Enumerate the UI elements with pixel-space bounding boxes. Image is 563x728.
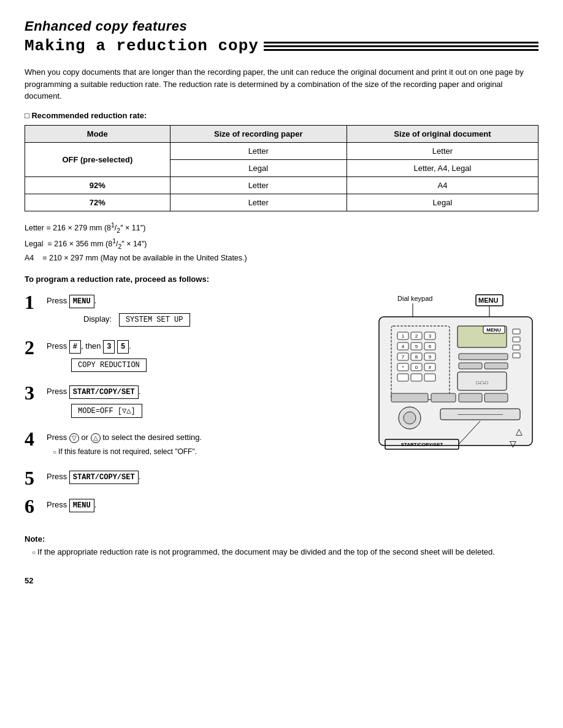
- svg-text:1: 1: [402, 333, 405, 339]
- reduction-table: Mode Size of recording paper Size of ori…: [25, 125, 538, 211]
- svg-rect-29: [397, 374, 408, 381]
- page-number: 52: [25, 576, 538, 585]
- table-cell-mode: 92%: [25, 176, 170, 194]
- svg-rect-44: [391, 393, 428, 402]
- step-number-6: 6: [25, 496, 42, 516]
- step-number-5: 5: [25, 468, 42, 488]
- step-1-text: Press MENU.: [47, 295, 348, 308]
- header-decoration: [264, 42, 538, 51]
- svg-rect-46: [459, 393, 482, 402]
- step-2-display: COPY REDUCTION: [71, 356, 348, 374]
- svg-text:9: 9: [429, 354, 432, 360]
- footnote-a4: A4 = 210 × 297 mm (May not be available …: [25, 252, 538, 265]
- table-cell-mode: 72%: [25, 194, 170, 211]
- svg-rect-35: [513, 345, 520, 350]
- menu-key-1: MENU: [69, 295, 94, 308]
- svg-text:8: 8: [415, 354, 418, 360]
- recommended-heading: □ Recommended reduction rate:: [25, 111, 538, 120]
- step-number-4: 4: [25, 429, 42, 449]
- svg-text:5: 5: [415, 344, 418, 349]
- step-5-content: Press START/COPY/SET.: [47, 468, 348, 487]
- step-2-text: Press #, then 3 5.: [47, 340, 348, 354]
- step-3-display: MODE=OFF [▽△]: [71, 401, 348, 420]
- svg-text:6: 6: [429, 344, 432, 349]
- note-label: Note:: [25, 534, 538, 544]
- note-item-1: If the appropriate reduction rate is not…: [32, 546, 538, 558]
- table-row: 92% Letter A4: [25, 176, 538, 194]
- step-1: 1 Press MENU. Display: SYSTEM SET UP: [25, 292, 348, 329]
- svg-text:3: 3: [429, 333, 432, 339]
- table-row: OFF (pre-selected) Letter Letter: [25, 142, 538, 159]
- step-4: 4 Press ▽ or △ to select the desired set…: [25, 429, 348, 460]
- step-4-content: Press ▽ or △ to select the desired setti…: [47, 429, 348, 460]
- start-copy-set-key-5: START/COPY/SET: [69, 471, 139, 484]
- svg-text:START/COPY/SET: START/COPY/SET: [401, 442, 443, 447]
- menu-label-diagram: MENU: [478, 297, 498, 304]
- display-box-1: SYSTEM SET UP: [119, 313, 190, 327]
- step-number-3: 3: [25, 383, 42, 403]
- step-3-text: Press START/COPY/SET.: [47, 385, 348, 399]
- table-cell-original: A4: [347, 176, 538, 194]
- instructions-heading: To program a reduction rate, proceed as …: [25, 275, 538, 284]
- display-label-1: Display:: [83, 314, 112, 324]
- device-diagram-svg: Dial keypad MENU 1 2 3: [361, 292, 538, 501]
- section-title: Enhanced copy features: [25, 18, 538, 34]
- table-cell-original: Letter, A4, Legal: [347, 159, 538, 176]
- svg-text:4: 4: [402, 344, 405, 349]
- svg-text:MENU: MENU: [486, 327, 501, 333]
- table-cell-original: Letter: [347, 142, 538, 159]
- svg-rect-33: [513, 329, 520, 334]
- key-3: 3: [103, 340, 115, 354]
- svg-rect-47: [484, 393, 508, 402]
- down-arrow-key: ▽: [69, 433, 79, 443]
- diagram-column: Dial keypad MENU 1 2 3: [361, 292, 538, 525]
- dial-keypad-label: Dial keypad: [397, 295, 432, 302]
- svg-text:0: 0: [415, 365, 418, 370]
- svg-text:#: #: [429, 365, 432, 370]
- step-6-text: Press MENU.: [47, 499, 348, 512]
- table-header-mode: Mode: [25, 125, 170, 142]
- intro-text: When you copy documents that are longer …: [25, 66, 538, 102]
- note-section: Note: If the appropriate reduction rate …: [25, 534, 538, 558]
- step-6: 6 Press MENU.: [25, 496, 348, 516]
- step-6-content: Press MENU.: [47, 496, 348, 515]
- key-5: 5: [117, 340, 129, 354]
- svg-rect-37: [459, 354, 508, 360]
- svg-rect-34: [513, 337, 520, 342]
- svg-text:─────────────: ─────────────: [457, 412, 503, 417]
- step-4-text: Press ▽ or △ to select the desired setti…: [47, 431, 348, 444]
- up-arrow-key: △: [91, 433, 101, 443]
- svg-point-49: [404, 412, 416, 424]
- table-header-paper: Size of recording paper: [170, 125, 347, 142]
- svg-text:*: *: [402, 365, 404, 370]
- table-cell-paper: Legal: [170, 159, 347, 176]
- svg-rect-38: [459, 363, 482, 369]
- page-title: Making a reduction copy: [25, 37, 259, 55]
- steps-diagram-container: 1 Press MENU. Display: SYSTEM SET UP 2 P…: [25, 292, 538, 525]
- display-box-3: MODE=OFF [▽△]: [71, 404, 142, 418]
- footnote-legal: Legal = 216 × 356 mm (81/2″ × 14″): [25, 236, 538, 252]
- page-header: Enhanced copy features Making a reductio…: [25, 18, 538, 55]
- step-2-content: Press #, then 3 5. COPY REDUCTION: [47, 338, 348, 374]
- svg-rect-30: [411, 374, 422, 381]
- svg-text:△: △: [516, 427, 523, 436]
- step-1-display: Display: SYSTEM SET UP: [83, 311, 348, 329]
- table-cell-mode: OFF (pre-selected): [25, 142, 170, 176]
- svg-text:7: 7: [402, 354, 405, 360]
- step-3-content: Press START/COPY/SET. MODE=OFF [▽△]: [47, 383, 348, 420]
- step-5-text: Press START/COPY/SET.: [47, 471, 348, 484]
- step-5: 5 Press START/COPY/SET.: [25, 468, 348, 488]
- steps-column: 1 Press MENU. Display: SYSTEM SET UP 2 P…: [25, 292, 348, 525]
- svg-rect-39: [484, 363, 508, 369]
- table-row: 72% Letter Legal: [25, 194, 538, 211]
- svg-text:▽: ▽: [510, 439, 516, 449]
- table-cell-paper: Letter: [170, 176, 347, 194]
- step-1-content: Press MENU. Display: SYSTEM SET UP: [47, 292, 348, 329]
- step-number-1: 1: [25, 292, 42, 312]
- step-3: 3 Press START/COPY/SET. MODE=OFF [▽△]: [25, 383, 348, 420]
- svg-rect-36: [513, 353, 520, 358]
- svg-text:□-□-□: □-□-□: [476, 380, 488, 385]
- step-number-2: 2: [25, 338, 42, 357]
- svg-rect-31: [424, 374, 435, 381]
- display-box-2: COPY REDUCTION: [71, 358, 147, 372]
